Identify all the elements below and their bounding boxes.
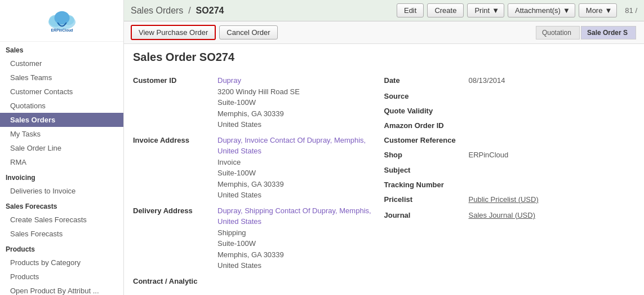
- sidebar-section-title: Products: [0, 241, 123, 256]
- breadcrumb-current: SO274: [196, 6, 224, 15]
- customer-id-row: Customer ID Dupray 3200 Windy Hill Road …: [133, 73, 384, 133]
- attachments-button[interactable]: Attachment(s) ▼: [508, 3, 575, 17]
- sidebar: ERPinCloud SalesCustomerSales TeamsCusto…: [0, 0, 124, 295]
- create-button[interactable]: Create: [427, 3, 464, 17]
- customer-reference-label: Customer Reference: [384, 135, 469, 144]
- sidebar-item-customer[interactable]: Customer: [0, 56, 123, 71]
- sidebar-nav: SalesCustomerSales TeamsCustomer Contact…: [0, 42, 123, 295]
- more-button[interactable]: More ▼: [579, 3, 618, 17]
- breadcrumb-parent-link[interactable]: Sales Orders: [131, 6, 183, 15]
- tracking-number-label: Tracking Number: [384, 179, 469, 189]
- amazon-order-id-label: Amazon Order ID: [384, 120, 469, 130]
- sidebar-item-rma[interactable]: RMA: [0, 155, 123, 169]
- source-row: Source: [384, 89, 636, 103]
- view-purchase-order-button[interactable]: View Purchase Order: [131, 25, 216, 40]
- customer-id-label: Customer ID: [133, 75, 217, 85]
- delivery-address-detail: Suite-100W Memphis, GA 30339 United Stat…: [217, 239, 284, 270]
- attachments-dropdown-icon: ▼: [563, 6, 570, 15]
- source-label: Source: [384, 91, 469, 100]
- sidebar-item-products[interactable]: Products: [0, 270, 123, 284]
- quote-validity-label: Quote Validity: [384, 105, 469, 115]
- subject-row: Subject: [384, 162, 636, 177]
- date-row: Date 08/13/2014: [384, 73, 636, 89]
- delivery-address-type: Shipping: [217, 228, 246, 237]
- delivery-address-value: Dupray, Shipping Contact Of Dupray, Memp…: [217, 205, 384, 271]
- status-step: Sale Order S: [581, 26, 636, 39]
- tracking-number-row: Tracking Number: [384, 177, 636, 192]
- sidebar-item-products-by-category[interactable]: Products by Category: [0, 256, 123, 270]
- status-trail: QuotationSale Order S: [536, 26, 637, 39]
- sidebar-section-title: Sales Forecasts: [0, 198, 123, 213]
- form-right: Date 08/13/2014 Source Quote Validity Am…: [384, 73, 636, 288]
- sidebar-item-customer-contacts[interactable]: Customer Contacts: [0, 85, 123, 99]
- print-dropdown-icon: ▼: [492, 6, 499, 15]
- more-dropdown-icon: ▼: [605, 6, 612, 15]
- invoice-address-detail: Suite-100W Memphis, GA 30339 United Stat…: [217, 169, 284, 199]
- logo-icon: ERPinCloud: [45, 6, 79, 34]
- pricelist-value[interactable]: Public Pricelist (USD): [469, 194, 539, 205]
- invoice-address-label: Invoice Address: [133, 135, 217, 144]
- shop-value: ERPinCloud: [469, 149, 509, 161]
- sidebar-item-sales-teams[interactable]: Sales Teams: [0, 71, 123, 85]
- sidebar-item-sales-forecasts[interactable]: Sales Forecasts: [0, 227, 123, 241]
- date-label: Date: [384, 75, 469, 85]
- contract-analytic-row: Contract / Analytic: [133, 274, 384, 288]
- attachments-label: Attachment(s): [515, 6, 561, 15]
- sidebar-item-create-sales-forecasts[interactable]: Create Sales Forecasts: [0, 213, 123, 227]
- sidebar-section-title: Invoicing: [0, 169, 123, 184]
- sidebar-item-sale-order-line[interactable]: Sale Order Line: [0, 141, 123, 155]
- journal-value[interactable]: Sales Journal (USD): [469, 210, 536, 221]
- invoice-address-value: Dupray, Invoice Contact Of Dupray, Memph…: [217, 135, 384, 201]
- form-grid: Customer ID Dupray 3200 Windy Hill Road …: [133, 73, 635, 288]
- delivery-address-label: Delivery Address: [133, 205, 217, 215]
- svg-point-3: [54, 11, 69, 25]
- sidebar-item-open-product-by-attribut-...[interactable]: Open Product By Attribut ...: [0, 284, 123, 295]
- contract-analytic-label: Contract / Analytic: [133, 276, 217, 285]
- sidebar-item-quotations[interactable]: Quotations: [0, 99, 123, 113]
- breadcrumb: Sales Orders / SO274: [131, 6, 224, 16]
- quote-validity-row: Quote Validity: [384, 103, 636, 118]
- subject-label: Subject: [384, 165, 469, 174]
- customer-address: 3200 Windy Hill Road SE Suite-100W Memph…: [217, 87, 300, 129]
- shop-label: Shop: [384, 149, 469, 159]
- form-left: Customer ID Dupray 3200 Windy Hill Road …: [133, 73, 384, 288]
- invoice-address-type: Invoice: [217, 158, 241, 166]
- print-button[interactable]: Print ▼: [467, 3, 504, 17]
- sidebar-item-sales-orders[interactable]: Sales Orders: [0, 113, 123, 127]
- main-content: Sales Orders / SO274 Edit Create Print ▼…: [124, 0, 644, 295]
- journal-label: Journal: [384, 210, 469, 219]
- page-title: Sales Order SO274: [133, 51, 635, 64]
- customer-reference-row: Customer Reference: [384, 133, 636, 147]
- sidebar-section-title: Sales: [0, 42, 123, 56]
- date-value: 08/13/2014: [469, 75, 505, 86]
- journal-row: Journal Sales Journal (USD): [384, 208, 636, 223]
- cancel-order-button[interactable]: Cancel Order: [219, 25, 277, 39]
- sidebar-item-my-tasks[interactable]: My Tasks: [0, 127, 123, 141]
- svg-text:ERPinCloud: ERPinCloud: [51, 28, 73, 32]
- edit-button[interactable]: Edit: [397, 3, 424, 17]
- top-bar: Sales Orders / SO274 Edit Create Print ▼…: [124, 0, 644, 21]
- sidebar-logo: ERPinCloud: [0, 0, 123, 42]
- pricelist-row: Pricelist Public Pricelist (USD): [384, 192, 636, 208]
- delivery-address-row: Delivery Address Dupray, Shipping Contac…: [133, 203, 384, 274]
- delivery-address-link[interactable]: Dupray, Shipping Contact Of Dupray, Memp…: [217, 206, 371, 226]
- shop-row: Shop ERPinCloud: [384, 147, 636, 163]
- invoice-address-link[interactable]: Dupray, Invoice Contact Of Dupray, Memph…: [217, 136, 366, 156]
- action-bar: View Purchase Order Cancel Order Quotati…: [124, 21, 644, 44]
- amazon-order-id-row: Amazon Order ID: [384, 118, 636, 133]
- content-area: Sales Order SO274 Customer ID Dupray 320…: [124, 44, 644, 295]
- customer-id-link[interactable]: Dupray: [217, 76, 241, 85]
- pricelist-label: Pricelist: [384, 194, 469, 204]
- nav-counter: 81 /: [625, 6, 637, 15]
- status-step: Quotation: [536, 26, 580, 39]
- customer-id-value: Dupray 3200 Windy Hill Road SE Suite-100…: [217, 75, 300, 130]
- invoice-address-row: Invoice Address Dupray, Invoice Contact …: [133, 133, 384, 203]
- sidebar-item-deliveries-to-invoice[interactable]: Deliveries to Invoice: [0, 184, 123, 198]
- more-label: More: [586, 6, 603, 15]
- print-label: Print: [474, 6, 490, 15]
